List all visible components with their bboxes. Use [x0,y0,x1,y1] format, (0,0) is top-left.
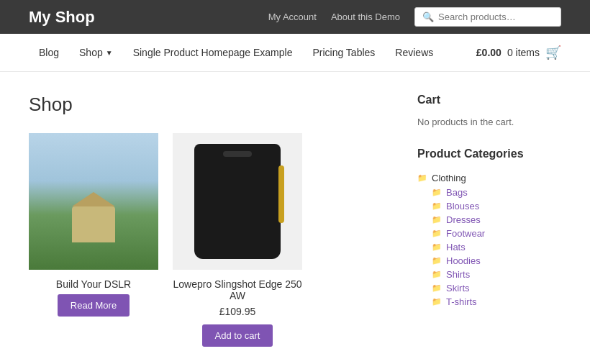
folder-icon: 📁 [417,173,427,183]
category-list: 📁 Clothing 📁 Bags 📁 Blouses 📁 Dresses [417,170,561,309]
shop-dropdown-arrow: ▼ [106,49,113,57]
products-grid: Build Your DSLR Read More Lowepro Slings… [29,133,389,347]
product-dslr: Build Your DSLR Read More [29,133,158,347]
cart-empty-message: No products in the cart. [417,117,561,127]
product-lowepro-name: Lowepro Slingshot Edge 250 AW [173,278,302,301]
subcategory-footwear: 📁 Footwear [432,227,561,240]
content-area: Shop Build Your DSLR Read More Lowepro S… [29,94,389,347]
subcategory-shirts-link[interactable]: Shirts [446,269,470,280]
subcategory-blouses-link[interactable]: Blouses [446,201,479,211]
nav-shop[interactable]: Shop ▼ [69,34,123,71]
sidebar-categories-title: Product Categories [417,147,561,160]
product-dslr-name: Build Your DSLR [29,278,158,290]
folder-icon-footwear: 📁 [432,229,442,238]
subcategory-skirts-link[interactable]: Skirts [446,283,470,294]
nav-pricing-tables[interactable]: Pricing Tables [302,34,385,71]
subcategory-footwear-link[interactable]: Footwear [446,228,485,239]
folder-icon-tshirts: 📁 [432,297,442,306]
search-box: 🔍 [414,7,561,27]
category-clothing: 📁 Clothing [417,170,561,186]
top-bar: My Shop My Account About this Demo 🔍 [0,0,590,34]
dslr-landscape-image [29,133,158,270]
product-lowepro-price: £109.95 [173,306,302,317]
cart-icon[interactable]: 🛒 [545,45,561,60]
product-lowepro: Lowepro Slingshot Edge 250 AW £109.95 Ad… [173,133,302,347]
cart-info: £0.00 0 items 🛒 [476,45,561,60]
about-demo-link[interactable]: About this Demo [331,12,400,22]
search-icon: 🔍 [422,12,434,22]
nav-reviews[interactable]: Reviews [385,34,443,71]
nav-single-product[interactable]: Single Product Homepage Example [123,34,303,71]
subcategory-tshirts-link[interactable]: T-shirts [446,296,477,307]
cart-amount: £0.00 [476,47,502,58]
page-title: Shop [29,94,389,116]
sidebar-cart-section: Cart No products in the cart. [417,94,561,127]
folder-icon-shirts: 📁 [432,270,442,279]
subcategory-dresses: 📁 Dresses [432,213,561,227]
folder-icon-blouses: 📁 [432,201,442,211]
sub-category-list: 📁 Bags 📁 Blouses 📁 Dresses 📁 Footwear [432,186,561,309]
folder-icon-dresses: 📁 [432,215,442,224]
subcategory-bags-link[interactable]: Bags [446,187,468,198]
product-lowepro-image[interactable] [173,133,302,270]
sidebar-categories-section: Product Categories 📁 Clothing 📁 Bags 📁 B… [417,147,561,309]
nav-bar: Blog Shop ▼ Single Product Homepage Exam… [0,34,590,72]
sidebar-cart-title: Cart [417,94,561,106]
nav-links: Blog Shop ▼ Single Product Homepage Exam… [29,34,443,71]
folder-icon-hoodies: 📁 [432,256,442,265]
search-input[interactable] [438,12,553,22]
cart-items-count: 0 items [507,47,540,58]
product-dslr-image[interactable] [29,133,158,270]
site-title: My Shop [29,8,95,27]
subcategory-tshirts: 📁 T-shirts [432,295,561,309]
subcategory-dresses-link[interactable]: Dresses [446,214,481,225]
top-bar-right: My Account About this Demo 🔍 [268,7,561,27]
backpack-image [194,144,281,259]
my-account-link[interactable]: My Account [268,12,317,22]
category-clothing-link[interactable]: Clothing [432,173,466,183]
main-content: Shop Build Your DSLR Read More Lowepro S… [0,72,590,364]
subcategory-bags: 📁 Bags [432,186,561,199]
subcategory-hoodies: 📁 Hoodies [432,254,561,268]
subcategory-hoodies-link[interactable]: Hoodies [446,255,481,266]
folder-icon-skirts: 📁 [432,283,442,293]
sidebar: Cart No products in the cart. Product Ca… [417,94,561,347]
subcategory-skirts: 📁 Skirts [432,281,561,295]
subcategory-shirts: 📁 Shirts [432,268,561,281]
folder-icon-hats: 📁 [432,242,442,252]
subcategory-hats: 📁 Hats [432,240,561,254]
product-dslr-button[interactable]: Read More [58,294,130,317]
subcategory-blouses: 📁 Blouses [432,199,561,213]
folder-icon-bags: 📁 [432,188,442,197]
nav-blog[interactable]: Blog [29,34,69,71]
product-lowepro-button[interactable]: Add to cart [202,324,273,347]
subcategory-hats-link[interactable]: Hats [446,242,466,252]
